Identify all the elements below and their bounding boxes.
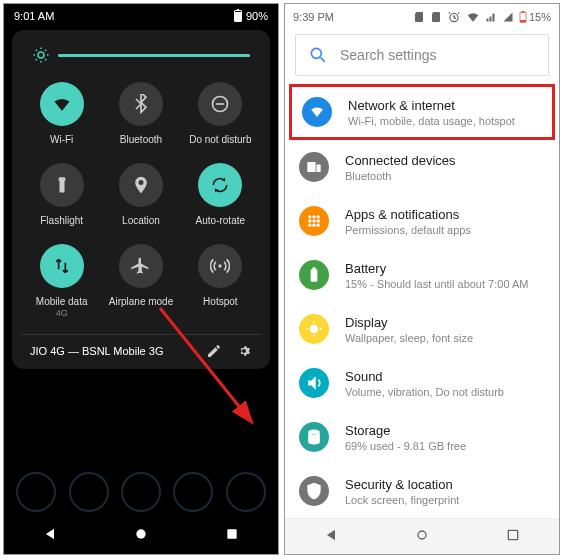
svg-line-6 (45, 59, 46, 60)
battery-icon (234, 10, 242, 22)
storage-icon (299, 422, 329, 452)
item-title: Battery (345, 261, 528, 276)
svg-point-28 (308, 219, 311, 222)
svg-rect-20 (520, 20, 526, 22)
edit-icon[interactable] (206, 343, 222, 359)
item-subtitle: Wi-Fi, mobile, data usage, hotspot (348, 115, 515, 127)
dnd-icon (198, 82, 242, 126)
qs-tile-dnd[interactable]: Do not disturb (183, 82, 258, 145)
svg-rect-23 (307, 162, 315, 172)
back-button[interactable] (42, 526, 58, 546)
svg-point-15 (136, 529, 145, 538)
airplane-icon (119, 244, 163, 288)
sim-icon (413, 11, 425, 23)
dock-app-icon[interactable] (16, 472, 56, 512)
item-subtitle: 69% used - 9.81 GB free (345, 440, 466, 452)
dock-app-icon[interactable] (121, 472, 161, 512)
svg-point-30 (317, 219, 320, 222)
flashlight-icon (40, 163, 84, 207)
qs-tile-flashlight[interactable]: Flashlight (24, 163, 99, 226)
home-button[interactable] (133, 526, 149, 546)
data-icon (40, 244, 84, 288)
home-button[interactable] (414, 527, 430, 547)
clock: 9:39 PM (293, 11, 334, 23)
qs-tile-wifi[interactable]: Wi-Fi (24, 82, 99, 145)
svg-point-21 (311, 48, 321, 58)
svg-point-41 (308, 430, 320, 435)
tile-label: Airplane mode (103, 296, 178, 307)
item-title: Network & internet (348, 98, 515, 113)
brightness-icon (32, 46, 50, 64)
settings-item-display[interactable]: DisplayWallpaper, sleep, font size (285, 302, 559, 356)
rotate-icon (198, 163, 242, 207)
back-button[interactable] (323, 527, 339, 547)
svg-point-31 (308, 224, 311, 227)
settings-item-devices[interactable]: Connected devicesBluetooth (285, 140, 559, 194)
quick-settings-panel: Wi-FiBluetoothDo not disturbFlashlightLo… (12, 30, 270, 369)
dock-app-icon[interactable] (173, 472, 213, 512)
search-icon (308, 45, 328, 65)
wifi-icon (302, 97, 332, 127)
qs-tile-airplane[interactable]: Airplane mode (103, 244, 178, 318)
item-title: Connected devices (345, 153, 456, 168)
settings-list: Network & internetWi-Fi, mobile, data us… (285, 84, 559, 518)
tile-label: Auto-rotate (183, 215, 258, 226)
hotspot-icon (198, 244, 242, 288)
svg-point-26 (312, 215, 315, 218)
svg-point-27 (317, 215, 320, 218)
display-icon (299, 314, 329, 344)
svg-point-32 (312, 224, 315, 227)
item-title: Display (345, 315, 473, 330)
qs-tile-data[interactable]: Mobile data4G (24, 244, 99, 318)
recents-button[interactable] (505, 527, 521, 547)
signal-icon (485, 11, 497, 23)
security-icon (299, 476, 329, 506)
qs-tile-rotate[interactable]: Auto-rotate (183, 163, 258, 226)
brightness-track[interactable] (58, 54, 250, 57)
item-title: Sound (345, 369, 504, 384)
svg-rect-16 (228, 529, 237, 538)
recents-button[interactable] (224, 526, 240, 546)
navigation-bar (4, 518, 278, 554)
item-subtitle: 15% - Should last until about 7:00 AM (345, 278, 528, 290)
sim-icon (430, 11, 442, 23)
navigation-bar (285, 518, 559, 554)
qs-tile-location[interactable]: Location (103, 163, 178, 226)
bluetooth-icon (119, 82, 163, 126)
item-subtitle: Volume, vibration, Do not disturb (345, 386, 504, 398)
gear-icon[interactable] (236, 343, 252, 359)
tile-label: Hotspot (183, 296, 258, 307)
qs-tile-bluetooth[interactable]: Bluetooth (103, 82, 178, 145)
settings-item-sound[interactable]: SoundVolume, vibration, Do not disturb (285, 356, 559, 410)
settings-item-storage[interactable]: Storage69% used - 9.81 GB free (285, 410, 559, 464)
dock-app-icon[interactable] (69, 472, 109, 512)
svg-line-7 (36, 59, 37, 60)
settings-screen: 9:39 PM 15% Search settings Network & in… (284, 3, 560, 555)
battery-status: 90% (234, 10, 268, 22)
settings-item-battery[interactable]: Battery15% - Should last until about 7:0… (285, 248, 559, 302)
item-title: Storage (345, 423, 466, 438)
wifi-icon (466, 10, 480, 24)
svg-rect-43 (509, 530, 518, 539)
svg-point-13 (219, 264, 222, 267)
settings-item-security[interactable]: Security & locationLock screen, fingerpr… (285, 464, 559, 518)
item-subtitle: Permissions, default apps (345, 224, 471, 236)
settings-item-apps[interactable]: Apps & notificationsPermissions, default… (285, 194, 559, 248)
item-title: Apps & notifications (345, 207, 471, 222)
search-settings[interactable]: Search settings (295, 34, 549, 76)
qs-tile-hotspot[interactable]: Hotspot (183, 244, 258, 318)
battery-status: 15% (519, 11, 551, 23)
tile-sublabel: 4G (24, 308, 99, 318)
dock-app-icon[interactable] (226, 472, 266, 512)
svg-rect-34 (311, 269, 318, 282)
tile-label: Flashlight (24, 215, 99, 226)
location-icon (119, 163, 163, 207)
svg-point-33 (317, 224, 320, 227)
svg-point-0 (38, 52, 44, 58)
settings-item-wifi[interactable]: Network & internetWi-Fi, mobile, data us… (289, 84, 555, 140)
svg-rect-19 (521, 11, 524, 13)
brightness-slider[interactable] (20, 42, 262, 78)
wifi-icon (40, 82, 84, 126)
svg-point-42 (418, 531, 426, 539)
svg-rect-35 (312, 268, 315, 270)
